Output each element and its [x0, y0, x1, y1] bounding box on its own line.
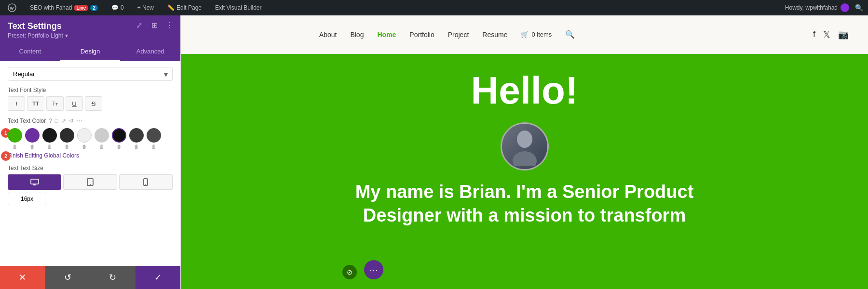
- exit-builder-item[interactable]: Exit Visual Builder: [212, 0, 265, 15]
- text-color-section: Text Text Color ? □ ↗ ↺ ⋯ 1 2: [8, 118, 173, 159]
- undo-button[interactable]: ↺: [45, 266, 91, 289]
- italic-btn[interactable]: I: [8, 96, 25, 111]
- search-icon[interactable]: 🔍: [565, 30, 575, 39]
- finish-editing-link[interactable]: Finish Editing Global Colors: [8, 152, 173, 159]
- color-reset-icon[interactable]: ↺: [69, 118, 74, 124]
- tab-content[interactable]: Content: [0, 43, 60, 61]
- swatch-green-delete[interactable]: 🗑: [13, 144, 17, 149]
- swatch-black1[interactable]: [42, 128, 57, 143]
- mobile-icon: [143, 178, 148, 186]
- new-item[interactable]: + New: [135, 0, 157, 15]
- pencil-icon: ✏️: [167, 4, 175, 11]
- swatch-dark1[interactable]: [112, 128, 126, 143]
- tab-advanced[interactable]: Advanced: [120, 43, 180, 61]
- tab-design[interactable]: Design: [60, 43, 121, 61]
- cart-wrap[interactable]: 🛒 0 items: [521, 31, 552, 38]
- color-more-icon[interactable]: ⋯: [77, 118, 82, 124]
- color-swatches-row: 🗑 🗑 🗑 🗑: [8, 128, 173, 149]
- instagram-icon[interactable]: 📷: [838, 29, 849, 40]
- nav-resume[interactable]: Resume: [482, 31, 507, 39]
- desktop-icon: [30, 179, 39, 185]
- panel-body: Regular Bold Light Text Font Style I TT …: [0, 61, 180, 266]
- font-weight-select[interactable]: Regular Bold Light: [8, 67, 173, 81]
- strikethrough-btn[interactable]: S: [85, 96, 102, 111]
- font-weight-row: Regular Bold Light: [8, 67, 173, 81]
- nav-home[interactable]: Home: [377, 31, 396, 39]
- uppercase-btn[interactable]: TT: [27, 96, 44, 111]
- size-tablet-btn[interactable]: [63, 174, 117, 190]
- nav-portfolio[interactable]: Portfolio: [409, 31, 434, 39]
- nav-project[interactable]: Project: [448, 31, 469, 39]
- swatch-black2-wrap: 🗑: [60, 128, 74, 149]
- color-pick-icon[interactable]: ↗: [61, 118, 66, 124]
- right-content: About Blog Home Portfolio Project Resume…: [181, 15, 868, 289]
- redo-button[interactable]: ↻: [90, 266, 136, 289]
- howdy-section: Howdy, wpwithfahad: [785, 3, 849, 12]
- left-panel: Text Settings Preset: Portfolio Light ▾ …: [0, 15, 181, 289]
- font-size-row: [8, 193, 173, 205]
- avatar: [841, 3, 849, 12]
- panel-header-icons: ⤢ ⊞ ⋮: [133, 19, 176, 31]
- svg-point-6: [90, 184, 91, 185]
- comment-icon: 💬: [111, 4, 119, 11]
- expand-icon[interactable]: ⤢: [133, 19, 145, 31]
- size-mobile-btn[interactable]: [119, 174, 173, 190]
- save-button[interactable]: ✓: [136, 266, 181, 289]
- floating-more-button[interactable]: ⋯: [364, 260, 383, 279]
- nav-about[interactable]: About: [319, 31, 337, 39]
- text-size-section: Text Text Size: [8, 165, 173, 205]
- size-section-label: Text Text Size: [8, 165, 173, 171]
- svg-point-10: [513, 151, 537, 166]
- swatch-light[interactable]: [77, 128, 92, 143]
- color-help-icon[interactable]: ?: [49, 118, 52, 124]
- twitter-icon[interactable]: 𝕏: [823, 29, 830, 40]
- font-size-input[interactable]: [8, 193, 46, 205]
- admin-bar-right: Howdy, wpwithfahad 🔍: [785, 3, 863, 12]
- more-options-icon[interactable]: ⋮: [164, 19, 176, 31]
- swatch-dark3-delete[interactable]: 🗑: [151, 144, 156, 149]
- color-section-label: Text Text Color: [8, 118, 46, 124]
- swatch-light-delete[interactable]: 🗑: [82, 144, 87, 149]
- swatch-gray[interactable]: [95, 128, 109, 143]
- swatch-dark3[interactable]: [147, 128, 161, 143]
- swatch-black2[interactable]: [60, 128, 74, 143]
- swatch-green[interactable]: [8, 128, 22, 143]
- floating-exit-button[interactable]: ⊘: [342, 265, 357, 279]
- site-name-item[interactable]: SEO with Fahad Live 2: [27, 0, 101, 15]
- comments-item[interactable]: 💬 0: [108, 0, 127, 15]
- color-copy-icon[interactable]: □: [55, 118, 58, 124]
- main-layout: Text Settings Preset: Portfolio Light ▾ …: [0, 15, 868, 289]
- columns-icon[interactable]: ⊞: [149, 19, 160, 31]
- swatch-black1-delete[interactable]: 🗑: [47, 144, 52, 149]
- font-style-label: Text Font Style: [8, 87, 173, 93]
- cart-label: 0 items: [531, 31, 552, 38]
- swatch-gray-wrap: 🗑: [95, 128, 109, 149]
- updates-badge: 2: [90, 5, 98, 11]
- hero-bio-text: My name is Brian. I'm a Senior Product D…: [332, 180, 718, 228]
- hero-avatar: [501, 122, 549, 171]
- panel-preset: Preset: Portfolio Light ▾: [8, 32, 173, 39]
- swatch-purple[interactable]: [25, 128, 40, 143]
- facebook-icon[interactable]: f: [813, 29, 815, 39]
- nav-blog[interactable]: Blog: [350, 31, 364, 39]
- cancel-button[interactable]: ✕: [0, 266, 45, 289]
- swatch-dark2-wrap: 🗑: [129, 128, 144, 149]
- swatch-gray-delete[interactable]: 🗑: [99, 144, 104, 149]
- swatch-dark1-wrap: 🗑: [112, 128, 126, 149]
- swatch-dark2-delete[interactable]: 🗑: [134, 144, 139, 149]
- swatch-black2-delete[interactable]: 🗑: [65, 144, 69, 149]
- svg-rect-2: [31, 179, 39, 184]
- size-option-row: [8, 174, 173, 190]
- size-desktop-btn[interactable]: [8, 174, 61, 190]
- panel-tabs: Content Design Advanced: [0, 43, 180, 61]
- admin-search-icon[interactable]: 🔍: [855, 4, 863, 12]
- swatch-purple-delete[interactable]: 🗑: [30, 144, 35, 149]
- edit-page-item[interactable]: ✏️ Edit Page: [164, 0, 204, 15]
- font-style-section: Text Font Style I TT Tt U S: [8, 87, 173, 111]
- capitalize-btn[interactable]: Tt: [46, 96, 64, 111]
- wp-logo-item[interactable]: W: [5, 0, 19, 15]
- underline-btn[interactable]: U: [66, 96, 83, 111]
- hero-greeting: Hello!: [471, 68, 578, 113]
- swatch-dark2[interactable]: [129, 128, 144, 143]
- swatch-dark1-delete[interactable]: 🗑: [117, 144, 122, 149]
